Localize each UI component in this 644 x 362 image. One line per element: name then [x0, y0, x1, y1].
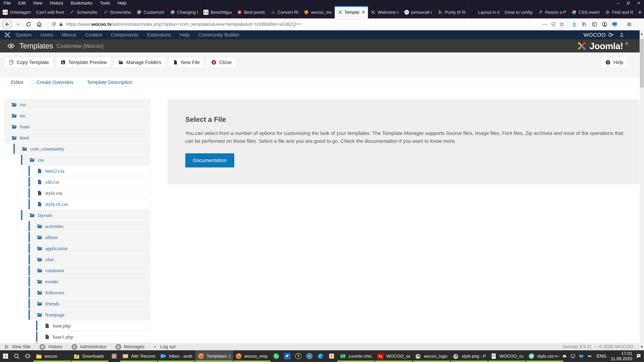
tree-folder-album[interactable]: album [28, 232, 150, 242]
tree-file-base1-php[interactable]: base1.php [36, 332, 150, 342]
shield-icon[interactable] [51, 22, 56, 27]
menu-history[interactable]: History [46, 0, 67, 6]
tree-folder-layouts[interactable]: layouts [21, 210, 150, 220]
menu-help[interactable]: Help [114, 0, 130, 6]
admin-menu-content[interactable]: Content [81, 30, 106, 39]
user-menu-icon[interactable] [619, 32, 624, 38]
admin-menu-users[interactable]: Users [36, 30, 58, 39]
tab-editor[interactable]: Editor [5, 77, 30, 88]
browser-tab[interactable]: Customizing [134, 6, 167, 18]
tree-folder-css[interactable]: css [21, 155, 150, 165]
manage-folders-button[interactable]: Manage Folders [114, 57, 166, 68]
reload-button[interactable] [24, 19, 33, 29]
downloads-icon[interactable] [572, 21, 577, 27]
library-icon[interactable] [582, 21, 587, 27]
bookmark-star-icon[interactable] [559, 22, 564, 27]
admin-menu-components[interactable]: Components [106, 30, 143, 39]
speaker-icon[interactable] [587, 354, 592, 359]
site-link[interactable]: WOCOO [584, 32, 614, 38]
taskbar-templates-c[interactable]: Templates: C... [195, 350, 233, 362]
footer-view-site[interactable]: View Site [5, 344, 30, 350]
admin-menu-community-builder[interactable]: Community Builder [194, 30, 244, 39]
taskbar-inbox-andr[interactable]: Inbox - andr... [158, 350, 195, 362]
tree-folder-application[interactable]: application [28, 243, 150, 253]
footer-visitors[interactable]: 0Visitors [40, 344, 62, 350]
tree-folder-html[interactable]: html [4, 133, 150, 143]
shield-check-icon[interactable] [551, 22, 556, 27]
browser-tab[interactable]: Layout in deta [468, 6, 502, 18]
taskbar-wocoo-ser[interactable]: FzWOCOO_ser... [375, 350, 412, 362]
browser-tab[interactable]: (How to configure [502, 6, 536, 18]
taskbar-edge[interactable] [315, 350, 326, 362]
taskbar-search[interactable] [11, 350, 22, 362]
browser-tab[interactable]: Best joomla t [234, 6, 268, 18]
footer-administrator[interactable]: 1Administrator [72, 344, 106, 350]
admin-menu-menus[interactable]: Menus [57, 30, 81, 39]
admin-menu-system[interactable]: System [11, 30, 36, 39]
clock[interactable]: 17:0111.09.2020 [611, 351, 632, 361]
taskbar-blue-bird-app[interactable] [282, 350, 293, 362]
tree-folder-com_community[interactable]: com_community [14, 144, 150, 154]
menu-bookmarks[interactable]: Bookmarks [67, 0, 96, 6]
new-file-button[interactable]: New File [168, 57, 204, 68]
back-button[interactable] [2, 19, 12, 29]
browser-tab[interactable]: Can't edit frontpa [34, 6, 67, 18]
browser-tab[interactable]: wocoo_mvp - [301, 6, 335, 18]
help-button[interactable]: ? Help [601, 57, 628, 68]
tree-file-base-php[interactable]: base.php [36, 321, 150, 331]
tree-file-style-rtl-css[interactable]: style.rtl.css [28, 199, 150, 209]
scrollbar[interactable]: ▲ ▼ [640, 30, 644, 350]
tree-folder-fonts[interactable]: fonts [4, 121, 150, 132]
extension-icon[interactable]: ♫ [612, 21, 618, 27]
menu-file[interactable]: File [0, 0, 14, 6]
taskbar-whatsapp[interactable] [271, 350, 282, 362]
footer-log-out[interactable]: Log out [153, 344, 176, 350]
taskbar-style-png-p[interactable]: style.png - P... [450, 350, 488, 362]
new-tab-button[interactable]: + [636, 6, 644, 18]
hamburger-menu-icon[interactable] [626, 21, 632, 27]
menu-edit[interactable]: Edit [14, 0, 29, 6]
tree-folder-chat[interactable]: chat [28, 254, 150, 265]
admin-menu-extensions[interactable]: Extensions [143, 30, 175, 39]
taskbar-task-view[interactable] [22, 350, 33, 362]
documentation-button[interactable]: Documentation [185, 153, 234, 167]
account-icon[interactable] [602, 21, 608, 27]
url-bar[interactable]: https://www.wocoo.tv/administrator/index… [48, 20, 567, 29]
browser-tab[interactable]: Screenshot b [67, 6, 100, 18]
home-button[interactable] [34, 19, 44, 29]
scroll-down-icon[interactable]: ▼ [640, 344, 644, 350]
caret-down-icon[interactable] [630, 33, 633, 37]
browser-tab[interactable]: Resize a PNG [535, 6, 569, 18]
taskbar-aw-reconn[interactable]: AW: Reconn... [120, 350, 158, 362]
tree-folder-events[interactable]: events [28, 276, 150, 287]
taskbar-downloads[interactable]: Downloads [71, 350, 109, 362]
browser-tab[interactable]: Screenshot b [100, 6, 134, 18]
lock-icon[interactable] [58, 22, 64, 27]
tree-folder-etc[interactable]: etc [4, 110, 150, 121]
tree-folder-comment[interactable]: comment [28, 265, 150, 276]
menu-view[interactable]: View [29, 0, 46, 6]
browser-tab[interactable]: Templates:✕ [335, 6, 368, 18]
scroll-up-icon[interactable]: ▲ [640, 30, 644, 37]
tree-file-old-css[interactable]: old.css [28, 177, 150, 187]
browser-tab[interactable]: Unterlagen - [0, 6, 34, 18]
close-window-button[interactable] [634, 0, 644, 6]
sidebar-icon[interactable] [592, 21, 598, 27]
outlook-tray-icon[interactable] [579, 354, 584, 359]
menu-tools[interactable]: Tools [96, 0, 114, 6]
taskbar-wocoo[interactable]: wocoo [33, 350, 71, 362]
tree-file-style-css[interactable]: style.css [28, 188, 150, 198]
taskbar-wordpress[interactable]: W [304, 350, 315, 362]
browser-tab[interactable]: toolstudioConvert RGB: [268, 6, 301, 18]
tree-folder-css[interactable]: css [4, 99, 150, 110]
browser-tab[interactable]: Besichtigung [201, 6, 234, 18]
browser-tab[interactable]: Welcome to V [368, 6, 402, 18]
copy-template-button[interactable]: Copy Template [4, 57, 54, 68]
taskbar-cuvinte-chei[interactable]: Xcuvinte chei... [337, 350, 375, 362]
browser-tab[interactable]: Find and Repl [602, 6, 636, 18]
taskbar-wocoo-mvp[interactable]: wocoo_mvp ... [233, 350, 271, 362]
taskbar-media-player[interactable] [109, 350, 120, 362]
tree-file-beez2-css[interactable]: beez2.css [28, 166, 150, 176]
action-center-icon[interactable] [636, 353, 642, 359]
admin-menu-help[interactable]: Help [175, 30, 194, 39]
